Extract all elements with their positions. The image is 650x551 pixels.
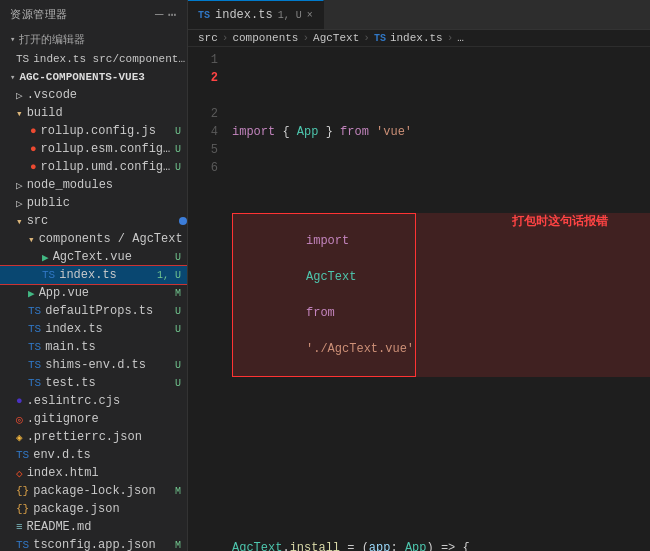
breadcrumb-components: components [232,32,298,44]
pkg-json-label: package.json [33,502,187,516]
sidebar-icon-dash: — [155,6,164,23]
public-label: public [27,196,187,210]
breadcrumb-agctext: AgcText [313,32,359,44]
open-editors-section[interactable]: ▾ 打开的编辑器 [0,29,187,50]
tree-item-build-label: build [27,106,187,120]
breadcrumb-file: index.ts [390,32,443,44]
open-editor-item[interactable]: TS index.ts src/components/... 1, U [0,50,187,68]
keyword-import: import [232,123,275,141]
active-tab[interactable]: TS index.ts 1, U × [188,0,324,29]
gitignore-label: .gitignore [27,412,187,426]
root-folder-label: AGC-COMPONENTS-VUE3 [19,71,144,83]
badge-u: U [175,360,181,371]
sidebar-header-icons: — ⋯ [155,6,177,23]
tree-item-tsconfig-app[interactable]: TS tsconfig.app.json M [0,536,187,551]
badge-u: U [175,144,181,155]
open-editors-arrow: ▾ [10,34,15,45]
tree-item-build[interactable]: ▾ build [0,104,187,122]
ts-file-icon: TS [42,269,55,281]
tree-item-test-ts[interactable]: TS test.ts U [0,374,187,392]
eslint-icon: ● [16,395,23,407]
code-content[interactable]: import { App } from 'vue' import AgcText… [226,47,650,551]
tree-item-index-ts[interactable]: TS index.ts 1, U [0,266,187,284]
tree-item-prettier[interactable]: ◈ .prettierrc.json [0,428,187,446]
prettier-label: .prettierrc.json [27,430,187,444]
ts-icon: TS [28,359,41,371]
tree-item-vscode-label: .vscode [27,88,187,102]
tree-item-index-html[interactable]: ◇ index.html [0,464,187,482]
js-icon: ● [30,125,37,137]
tree-item-src[interactable]: ▾ src [0,212,187,230]
tree-item-shims[interactable]: TS shims-env.d.ts U [0,356,187,374]
src-index-label: index.ts [45,322,175,336]
tree-item-public[interactable]: ▷ public [0,194,187,212]
tree-item-vscode[interactable]: ▷ .vscode [0,86,187,104]
root-folder-section[interactable]: ▾ AGC-COMPONENTS-VUE3 [0,68,187,86]
tree-item-main-ts[interactable]: TS main.ts [0,338,187,356]
tree-item-rollup-config[interactable]: ● rollup.config.js U [0,122,187,140]
breadcrumb-ts-badge: TS [374,33,386,44]
main-ts-label: main.ts [45,340,187,354]
git-icon: ◎ [16,413,23,426]
ts-icon: TS [28,323,41,335]
rollup-config-label: rollup.config.js [41,124,175,138]
sidebar-title: 资源管理器 [10,7,68,22]
breadcrumb-sep1: › [222,32,229,44]
folder-open-icon: ▾ [28,233,35,246]
error-import-line: import AgcText from './AgcText.vue' [232,213,416,377]
breadcrumb-ellipsis: … [457,32,464,44]
ts-icon: TS [16,449,29,461]
folder-closed-icon: ▷ [16,179,23,192]
tree-item-components[interactable]: ▾ components / AgcText [0,230,187,248]
folder-icon: ▷ [16,89,23,102]
index-ts-label: index.ts [59,268,157,282]
index-html-label: index.html [27,466,187,480]
annotation-label: 打包时这句话报错 [512,212,608,230]
vue-icon: ▶ [42,251,49,264]
code-line-2: import AgcText from './AgcText.vue' 打包时这… [232,213,650,377]
agctext-vue-label: AgcText.vue [53,250,175,264]
line-numbers: 1 2 2 4 5 6 [188,47,226,551]
components-label: components / AgcText [39,232,187,246]
badge-u: U [175,324,181,335]
readme-label: README.md [27,520,187,534]
badge-u: U [175,378,181,389]
js-icon: ● [30,161,37,173]
tab-ts-badge: TS [198,10,210,21]
code-editor[interactable]: 1 2 2 4 5 6 import { App } from 'vue' [188,47,650,551]
ts-icon: TS [28,341,41,353]
tree-item-rollup-esm[interactable]: ● rollup.esm.config.js U [0,140,187,158]
sidebar-icon-more: ⋯ [168,6,177,23]
tree-item-node-modules[interactable]: ▷ node_modules [0,176,187,194]
tab-filename: index.ts [215,8,273,22]
vue-icon: ▶ [28,287,35,300]
tree-item-rollup-umd[interactable]: ● rollup.umd.config.js U [0,158,187,176]
tree-item-default-props[interactable]: TS defaultProps.ts U [0,302,187,320]
sidebar-header: 资源管理器 — ⋯ [0,0,187,29]
ts-icon: TS [16,539,29,551]
tab-close-button[interactable]: × [307,10,313,21]
eslint-label: .eslintrc.cjs [27,394,187,408]
tree-item-eslint[interactable]: ● .eslintrc.cjs [0,392,187,410]
tree-item-gitignore[interactable]: ◎ .gitignore [0,410,187,428]
tree-item-pkg-json[interactable]: {} package.json [0,500,187,518]
badge-u: U [175,126,181,137]
tree-item-agctext-vue[interactable]: ▶ AgcText.vue U [0,248,187,266]
tree-item-readme[interactable]: ≡ README.md [0,518,187,536]
shims-label: shims-env.d.ts [45,358,175,372]
pkg-lock-label: package-lock.json [33,484,175,498]
json-icon: {} [16,503,29,515]
ts-icon: TS [28,305,41,317]
tree-item-pkg-lock[interactable]: {} package-lock.json M [0,482,187,500]
rollup-umd-label: rollup.umd.config.js [41,160,175,174]
tree-item-src-index[interactable]: TS index.ts U [0,320,187,338]
tree-item-env-dts[interactable]: TS env.d.ts [0,446,187,464]
folder-closed-icon: ▷ [16,197,23,210]
badge-u: U [175,306,181,317]
badge-m: M [175,288,181,299]
badge-m: M [175,486,181,497]
tsconfig-app-label: tsconfig.app.json [33,538,175,551]
tree-item-app-vue[interactable]: ▶ App.vue M [0,284,187,302]
src-label: src [27,214,175,228]
breadcrumb-src: src [198,32,218,44]
